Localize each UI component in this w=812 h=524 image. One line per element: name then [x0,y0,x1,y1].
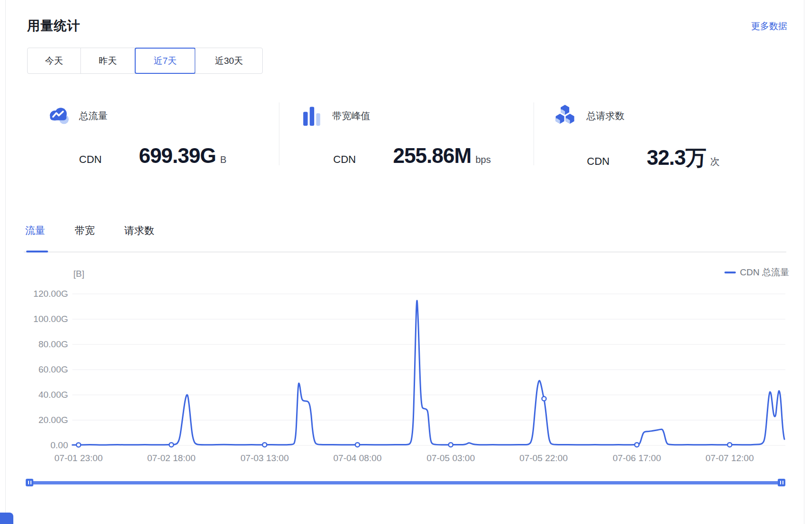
y-axis-tick-label: 80.00G [39,339,68,349]
x-axis-tick-label: 07-05 03:00 [426,453,475,463]
traffic-line-chart[interactable]: 0.0020.00G40.00G60.00G80.00G100.00G120.0… [0,0,812,524]
x-axis-tick-label: 07-01 23:00 [54,453,102,463]
data-point-marker[interactable] [542,396,546,401]
y-axis-tick-label: 100.00G [33,314,68,324]
x-axis-tick-label: 07-07 12:00 [705,453,753,463]
x-axis-tick-label: 07-06 17:00 [613,453,661,463]
chart-range-slider[interactable] [26,479,785,487]
corner-widget-fragment [0,513,13,524]
y-axis-tick-label: 0.00 [50,440,68,450]
data-point-marker[interactable] [77,443,81,447]
x-axis-tick-label: 07-05 22:00 [519,453,567,463]
slider-left-handle[interactable] [26,479,33,486]
x-axis-tick-label: 07-03 13:00 [240,453,288,463]
slider-right-handle[interactable] [778,479,785,486]
data-point-marker[interactable] [449,443,453,447]
data-point-marker[interactable] [263,443,267,447]
series-line [72,301,784,445]
data-point-marker[interactable] [169,443,174,447]
y-axis-tick-label: 120.00G [33,289,68,299]
y-axis-tick-label: 20.00G [39,415,68,425]
data-point-marker[interactable] [728,443,732,447]
data-point-marker[interactable] [356,443,360,447]
data-point-marker[interactable] [635,443,639,447]
x-axis-tick-label: 07-04 08:00 [333,453,381,463]
slider-selected-range[interactable] [29,481,782,484]
x-axis-tick-label: 07-02 18:00 [147,453,195,463]
y-axis-tick-label: 40.00G [39,390,68,400]
y-axis-tick-label: 60.00G [39,364,68,374]
